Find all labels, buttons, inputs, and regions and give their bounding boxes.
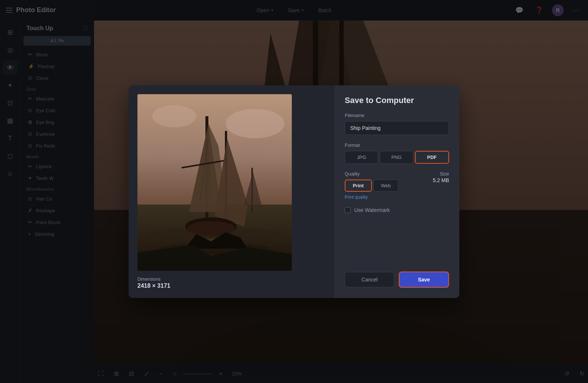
quality-print-button[interactable]: Print bbox=[345, 180, 372, 192]
modal-dimensions: Dimensions 2418 × 3171 bbox=[137, 277, 326, 289]
watermark-checkbox[interactable] bbox=[345, 207, 351, 213]
format-group: Format JPG PNG PDF bbox=[345, 142, 449, 164]
filename-group: Filename bbox=[345, 113, 449, 135]
quality-web-button[interactable]: Web bbox=[373, 180, 399, 192]
cancel-button[interactable]: Cancel bbox=[345, 272, 394, 287]
format-label: Format bbox=[345, 142, 449, 148]
svg-point-9 bbox=[226, 109, 284, 138]
filename-input[interactable] bbox=[345, 121, 449, 135]
filename-label: Filename bbox=[345, 113, 449, 118]
modal-overlay: Dimensions 2418 × 3171 Save to Computer … bbox=[0, 0, 588, 383]
modal-footer: Cancel Save bbox=[345, 272, 449, 288]
quality-link[interactable]: Print quality bbox=[345, 195, 398, 200]
format-buttons: JPG PNG PDF bbox=[345, 151, 449, 164]
preview-svg bbox=[137, 94, 292, 271]
quality-buttons: Print Web bbox=[345, 180, 398, 192]
modal-title: Save to Computer bbox=[345, 96, 449, 105]
modal-preview-image bbox=[137, 94, 292, 271]
save-button[interactable]: Save bbox=[399, 272, 449, 288]
size-info: Size 5.2 MB bbox=[433, 171, 449, 183]
modal-container: Dimensions 2418 × 3171 Save to Computer … bbox=[129, 85, 459, 298]
svg-point-10 bbox=[152, 105, 196, 127]
format-png-button[interactable]: PNG bbox=[380, 151, 413, 164]
spacer bbox=[345, 220, 449, 264]
watermark-label: Use Watermark bbox=[354, 207, 390, 213]
quality-left: Quality Print Web Print quality bbox=[345, 171, 398, 200]
modal-right: Save to Computer Filename Format JPG PNG bbox=[334, 85, 459, 298]
dimensions-value: 2418 × 3171 bbox=[137, 283, 326, 289]
size-value: 5.2 MB bbox=[433, 177, 449, 183]
format-jpg-button[interactable]: JPG bbox=[345, 151, 378, 164]
watermark-row: Use Watermark bbox=[345, 207, 449, 213]
modal-left: Dimensions 2418 × 3171 bbox=[129, 85, 334, 298]
quality-label: Quality bbox=[345, 171, 398, 177]
format-pdf-button[interactable]: PDF bbox=[415, 151, 449, 164]
dimensions-label: Dimensions bbox=[137, 277, 326, 282]
size-label: Size bbox=[433, 171, 449, 177]
quality-size-row: Quality Print Web Print quality Size 5.2… bbox=[345, 171, 449, 200]
